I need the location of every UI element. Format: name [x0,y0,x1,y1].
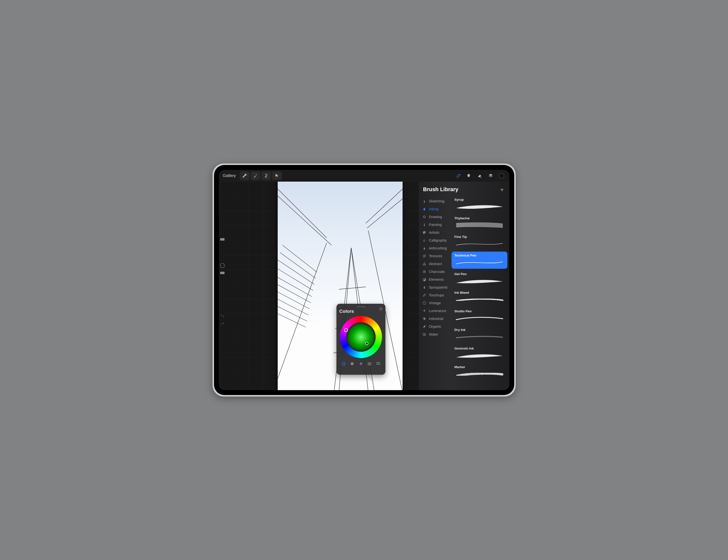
brush-preview [454,352,504,359]
brush-item-studio-pen[interactable]: Studio Pen [452,307,507,324]
drag-handle[interactable] [357,306,365,307]
brush-item-technical-pen[interactable]: Technical Pen [452,252,507,269]
brush-name-label: Gel Pen [454,272,504,276]
brush-item-ink-bleed[interactable]: Ink Bleed [452,289,507,306]
undo-icon[interactable] [220,314,225,318]
brush-item-gesinski-ink[interactable]: Gesinski Ink [452,344,507,362]
gallery-button[interactable]: Gallery [221,172,238,179]
color-button[interactable] [496,170,507,181]
category-label: Touchups [429,293,444,297]
color-tab-value[interactable] [366,360,373,367]
brush-preview [454,370,504,378]
brush-category-calligraphy[interactable]: aCalligraphy [419,237,451,244]
svg-rect-9 [378,364,379,365]
brush-tool-button[interactable] [453,170,464,181]
brush-item-marker[interactable]: Marker [452,363,507,380]
category-label: Abstract [429,262,442,266]
color-tab-disc[interactable] [340,360,347,367]
slider-thumb[interactable] [220,238,225,241]
brush-category-organic[interactable]: Organic [419,322,451,330]
svg-point-13 [425,232,425,233]
color-tab-palette[interactable] [375,360,382,367]
color-mode-tabs [339,360,382,367]
brush-category-spraypaints[interactable]: Spraypaints [419,283,451,291]
svg-rect-8 [376,364,377,365]
svg-rect-3 [368,363,371,364]
left-rail [219,221,226,326]
brush-category-vintage[interactable]: Vintage [419,299,451,307]
layers-button[interactable] [485,170,496,181]
pencil-icon [422,199,427,204]
category-label: Airbrushing [429,246,447,250]
category-label: Charcoals [429,270,445,274]
brush-category-list: SketchingInkingDrawingPaintingArtisticaC… [419,196,451,390]
brush-name-label: Thylacine [454,216,504,220]
brush-category-painting[interactable]: Painting [419,221,451,229]
add-brush-button[interactable]: ＋ [499,186,505,193]
brush-category-water[interactable]: Water [419,330,451,338]
paintbrush-icon [422,223,427,227]
color-wheel[interactable] [340,316,382,358]
brush-category-charcoals[interactable]: Charcoals [419,268,451,276]
redo-icon[interactable] [220,321,225,326]
brush-item-syrup[interactable]: Syrup [452,196,507,213]
brush-name-label: Gesinski Ink [454,346,504,350]
brush-category-abstract[interactable]: Abstract [419,260,451,268]
palette-icon [422,230,427,235]
brush-item-fine-tip[interactable]: Fine Tip [452,233,507,250]
category-label: Artistic [429,231,440,235]
brush-item-gel-pen[interactable]: Gel Pen [452,270,507,287]
brush-category-inking[interactable]: Inking [419,205,451,213]
transform-button[interactable] [272,171,282,180]
smudge-tool-button[interactable] [464,170,475,181]
brush-preview [454,222,504,229]
slider-thumb[interactable] [220,272,225,274]
category-label: Sketching [429,199,445,203]
category-label: Calligraphy [429,239,447,242]
top-toolbar: Gallery [219,170,509,182]
color-tab-harmony[interactable] [358,360,364,367]
brush-preview [454,333,504,341]
brush-category-textures[interactable]: Textures [419,252,451,260]
svg-rect-1 [351,362,354,365]
eraser-tool-button[interactable] [475,170,485,181]
brush-category-industrial[interactable]: Industrial [419,315,451,322]
actions-button[interactable] [240,171,250,180]
svg-rect-16 [424,286,424,286]
script-a-icon: a [422,238,427,243]
brush-list: SyrupThylacineFine TipTechnical PenGel P… [451,196,509,390]
brush-item-dry-ink[interactable]: Dry Ink [452,326,507,343]
category-label: Spraypaints [429,285,448,289]
brush-item-thylacine[interactable]: Thylacine [452,215,507,232]
category-label: Luminance [429,309,446,313]
brush-category-elements[interactable]: Elements [419,276,451,283]
svg-rect-2 [368,362,371,363]
category-label: Vintage [429,301,441,305]
selection-button[interactable] [261,171,271,180]
brush-category-drawing[interactable]: Drawing [419,213,451,221]
adjustments-button[interactable] [251,171,260,180]
svg-point-11 [423,232,424,233]
sv-cursor[interactable] [365,342,368,345]
brush-size-slider[interactable] [221,221,223,260]
brush-category-sketching[interactable]: Sketching [419,197,451,205]
colors-panel[interactable]: Colors ✕ [336,304,385,375]
close-colors-button[interactable]: ✕ [379,307,383,311]
brush-category-touchups[interactable]: Touchups [419,291,451,299]
color-tab-classic[interactable] [349,360,355,367]
brush-category-airbrushing[interactable]: Airbrushing [419,244,451,252]
brush-opacity-slider[interactable] [221,269,223,308]
svg-rect-6 [378,362,379,363]
saturation-disc[interactable] [346,322,376,352]
brush-name-label: Ink Bleed [454,291,504,294]
brush-category-artistic[interactable]: Artistic [419,229,451,237]
leaf-icon [422,324,427,329]
hue-cursor[interactable] [344,328,348,332]
svg-point-18 [425,286,426,287]
eraser-icon [477,173,482,178]
brush-category-luminance[interactable]: Luminance [419,307,451,315]
modify-button[interactable] [220,264,225,268]
bars-icon [422,270,427,274]
category-label: Textures [429,254,442,258]
svg-rect-15 [424,287,425,289]
